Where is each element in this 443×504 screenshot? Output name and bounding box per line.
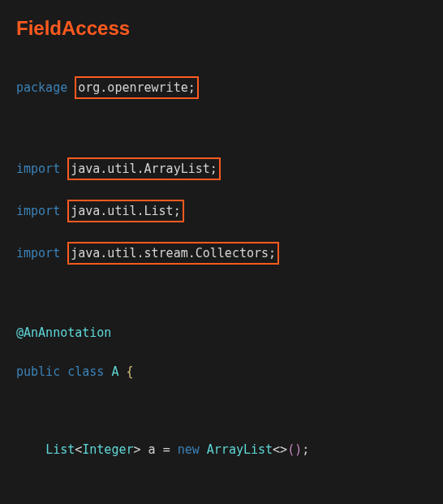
field-decl-line: List<Integer> a = new ArrayList<>();: [16, 440, 427, 459]
open-brace: {: [126, 364, 133, 379]
annotation-at: @: [16, 325, 24, 340]
new-keyword: new: [178, 442, 200, 457]
annotation-name: AnAnnotation: [24, 325, 111, 340]
annotation-line: @AnAnnotation: [16, 323, 427, 342]
import-highlight-2: java.util.List;: [67, 200, 183, 222]
import-keyword: import: [16, 162, 60, 176]
integer-type: Integer: [82, 442, 133, 457]
paren-close: ): [295, 442, 302, 457]
arraylist-type: ArrayList: [207, 442, 273, 457]
list-type: List: [45, 442, 75, 457]
gt: >: [134, 442, 141, 457]
class-name: A: [111, 364, 118, 379]
class-decl-line: public class A {: [16, 362, 427, 381]
package-line: package org.openrewrite;: [16, 76, 427, 99]
lt: <: [75, 442, 82, 457]
import-3: java.util.stream.Collectors;: [71, 246, 276, 261]
field-name: a: [148, 442, 156, 457]
page-title: FieldAccess: [16, 13, 427, 44]
import-1: java.util.ArrayList;: [71, 162, 217, 176]
package-name-highlight: org.openrewrite;: [75, 76, 199, 99]
import-line-2: import java.util.List;: [16, 200, 427, 222]
import-2: java.util.List;: [71, 204, 180, 218]
import-line-1: import java.util.ArrayList;: [16, 157, 427, 180]
public-keyword: public: [16, 364, 60, 379]
diamond: <>: [273, 442, 287, 457]
class-keyword: class: [67, 364, 104, 379]
import-highlight-1: java.util.ArrayList;: [67, 157, 221, 180]
equals-op: =: [163, 442, 170, 457]
paren-open: (: [287, 442, 295, 457]
semicolon: ;: [302, 442, 309, 457]
import-line-3: import java.util.stream.Collectors;: [16, 242, 427, 265]
code-block: package org.openrewrite; import java.uti…: [16, 57, 427, 504]
import-highlight-3: java.util.stream.Collectors;: [67, 242, 279, 265]
package-name: org.openrewrite;: [78, 80, 196, 95]
package-keyword: package: [16, 80, 67, 95]
import-keyword: import: [16, 246, 60, 261]
import-keyword: import: [16, 204, 60, 218]
